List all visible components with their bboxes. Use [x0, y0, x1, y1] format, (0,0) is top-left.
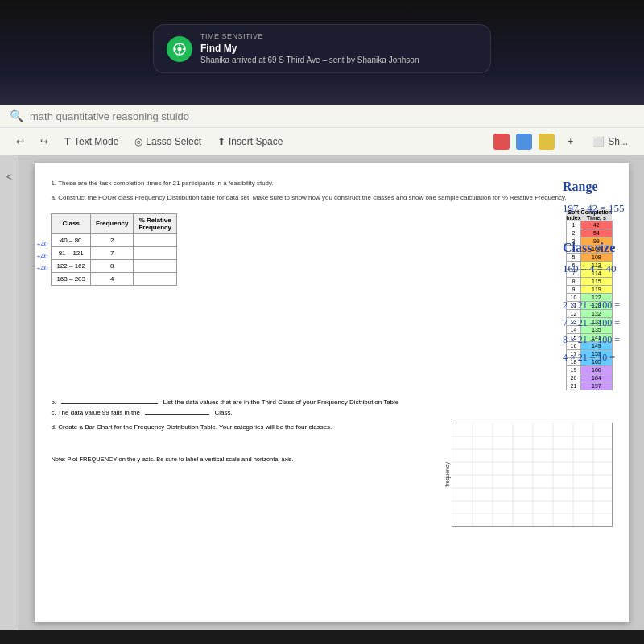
find-my-icon — [167, 36, 192, 62]
chevron-left-icon: < — [6, 171, 12, 183]
handwritten-notes: Range 197 - 42 = 155 Class size 160 ÷ 4 … — [563, 175, 625, 367]
data-table-row: 20184 — [566, 374, 612, 382]
freq-cell: 2 — [91, 233, 134, 246]
main-content: < 1. These are the task completion times… — [0, 155, 644, 630]
rel-freq-cell — [134, 259, 176, 272]
calc1: 2 × 21 ÷ 100 = — [563, 297, 625, 315]
question-c: c. The data value 99 falls in the Class. — [51, 409, 612, 416]
freq-cell: 4 — [91, 272, 134, 285]
calc4: 4 × 21 ÷ 10 = — [563, 349, 625, 367]
freq-cell: 8 — [91, 259, 134, 272]
frequency-table-section: Class Frequency % RelativeFrequency 40 –… — [51, 209, 557, 390]
class-cell: 40 – 80 — [52, 233, 91, 246]
col-frequency: Frequency — [91, 213, 134, 233]
document-page: 1. These are the task completion times f… — [35, 163, 628, 622]
search-icon: 🔍 — [10, 109, 23, 122]
color-swatch-yellow[interactable] — [539, 134, 555, 150]
text-mode-label: Text Mode — [74, 136, 118, 147]
redo-button[interactable]: ↪ — [34, 133, 55, 151]
rel-freq-cell — [134, 246, 176, 259]
rel-freq-cell — [134, 233, 176, 246]
insert-space-icon: ⬆ — [217, 136, 225, 147]
annotation-plus40-3: +40 — [36, 264, 47, 272]
question-b: b. List the data values that are in the … — [51, 398, 612, 406]
notification-text: TIME SENSITIVE Find My Shanika arrived a… — [200, 31, 419, 66]
class-size-calc: 160 ÷ 4 = 40 — [563, 259, 625, 278]
calc3: 8 × 21 ÷ 100 = — [563, 332, 625, 349]
app-name-label: Find My — [200, 42, 419, 56]
spacer — [563, 217, 625, 236]
sidebar-toggle[interactable]: < — [0, 155, 19, 630]
insert-space-label: Insert Space — [229, 136, 283, 147]
col-relative-freq: % RelativeFrequency — [134, 213, 176, 233]
plus-button[interactable]: + — [561, 133, 580, 151]
svg-point-1 — [178, 47, 182, 51]
data-table-row: 21197 — [566, 382, 612, 390]
color-swatch-red[interactable] — [493, 134, 510, 150]
redo-icon: ↪ — [40, 136, 48, 147]
chart-grid: d. Create a Bar Chart for the Frequency … — [51, 423, 612, 527]
answer-blank-c — [145, 414, 209, 415]
share-button[interactable]: ⬜ Sh... — [586, 133, 634, 151]
freq-cell: 7 — [91, 246, 134, 259]
class-cell: 122 – 162 — [52, 259, 91, 272]
undo-button[interactable]: ↩ — [10, 133, 31, 151]
rel-freq-cell — [134, 272, 176, 285]
question-1-text: 1. These are the task completion times f… — [51, 180, 612, 188]
frequency-axis-label: frequency — [444, 462, 450, 487]
search-input[interactable] — [30, 110, 634, 122]
undo-icon: ↩ — [16, 136, 24, 147]
chart-area: d. Create a Bar Chart for the Frequency … — [51, 423, 612, 527]
document-area: 1. These are the task completion times f… — [19, 155, 644, 630]
calc2: 7 × 21 ÷ 100 = — [563, 315, 625, 332]
answer-blank-b — [61, 403, 158, 404]
color-swatch-blue[interactable] — [516, 134, 532, 150]
lasso-select-label: Lasso Select — [146, 136, 201, 147]
spacer2 — [563, 279, 625, 297]
insert-space-button[interactable]: ⬆ Insert Space — [211, 133, 289, 151]
notification-message: Shanika arrived at 69 S Third Ave – sent… — [200, 55, 419, 66]
lasso-icon: ◎ — [134, 136, 142, 147]
table-row: 81 – 121 7 — [52, 246, 177, 259]
class-size-title: Class size — [563, 237, 625, 260]
question-d-text: d. Create a Bar Chart for the Frequency … — [51, 423, 436, 431]
time-sensitive-label: TIME SENSITIVE — [200, 31, 419, 42]
note-text: Note: Plot FREQUENCY on the y-axis. Be s… — [51, 456, 436, 464]
search-bar: 🔍 — [0, 105, 644, 128]
data-table-row: 19166 — [566, 365, 612, 374]
bottom-questions: b. List the data values that are in the … — [51, 398, 612, 527]
annotation-plus40-1: +40 — [36, 240, 47, 248]
text-mode-button[interactable]: T Text Mode — [58, 132, 125, 151]
lasso-select-button[interactable]: ◎ Lasso Select — [128, 133, 208, 151]
share-label: Sh... — [608, 136, 628, 147]
toolbar: 🔍 ↩ ↪ T Text Mode ◎ Lasso Select ⬆ Inser… — [0, 105, 644, 155]
chart-questions: d. Create a Bar Chart for the Frequency … — [51, 423, 436, 464]
class-cell: 163 – 203 — [52, 272, 91, 285]
table-row: 163 – 203 4 — [52, 272, 177, 285]
question-1a-text: a. Construct the FOUR class Frequency Di… — [51, 194, 612, 202]
range-title: Range — [563, 175, 625, 199]
content-row: Class Frequency % RelativeFrequency 40 –… — [51, 209, 612, 390]
col-class: Class — [52, 213, 91, 233]
annotation-plus40-2: +40 — [36, 252, 47, 260]
notification-banner: TIME SENSITIVE Find My Shanika arrived a… — [153, 24, 491, 73]
class-cell: 81 – 121 — [52, 246, 91, 259]
range-calc: 197 - 42 = 155 — [563, 199, 625, 217]
chart-grid-box — [452, 423, 613, 527]
toolbar-right: + ⬜ Sh... — [493, 133, 634, 151]
chart-container: frequency — [444, 423, 613, 527]
plus-icon: + — [568, 136, 573, 147]
share-icon: ⬜ — [592, 136, 605, 147]
text-mode-icon: T — [64, 135, 71, 147]
frequency-table: Class Frequency % RelativeFrequency 40 –… — [51, 213, 177, 286]
toolbar-actions: ↩ ↪ T Text Mode ◎ Lasso Select ⬆ Insert … — [0, 128, 644, 155]
table-row: 40 – 80 2 — [52, 233, 177, 246]
table-row: 122 – 162 8 — [52, 259, 177, 272]
